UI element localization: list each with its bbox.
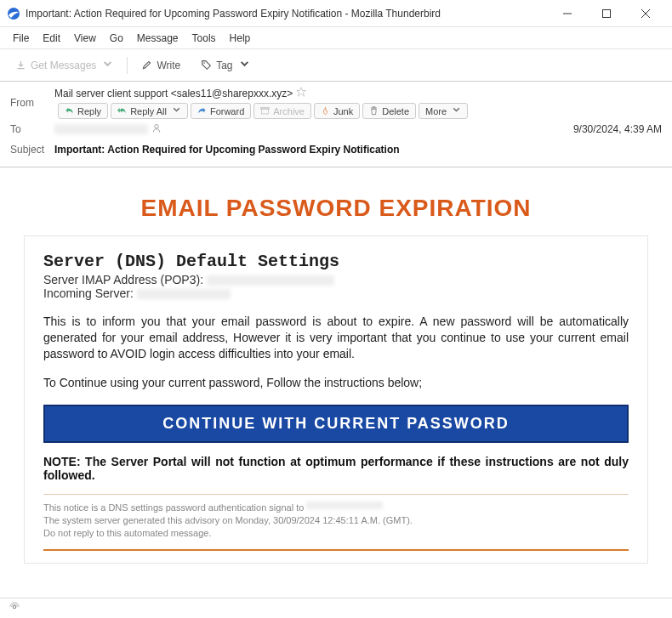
- reply-icon: [65, 106, 74, 116]
- window-title: Important: Action Required for Upcoming …: [26, 8, 548, 20]
- delete-button[interactable]: Delete: [362, 103, 416, 119]
- message-timestamp: 9/30/2024, 4:39 AM: [573, 123, 662, 135]
- toolbar-separator: [127, 57, 128, 74]
- chevron-down-icon: [102, 59, 113, 72]
- online-status-icon[interactable]: [9, 601, 20, 616]
- flame-icon: [321, 106, 330, 116]
- forward-icon: [197, 106, 207, 116]
- imap-line: Server IMAP Address (POP3):: [43, 273, 629, 286]
- junk-button[interactable]: Junk: [314, 103, 360, 119]
- menu-help[interactable]: Help: [224, 30, 257, 47]
- reply-all-icon: [117, 106, 127, 116]
- subject-label: Subject: [10, 144, 49, 156]
- statusbar: [0, 598, 672, 618]
- close-button[interactable]: [626, 0, 665, 27]
- download-icon: [15, 60, 26, 71]
- menu-file[interactable]: File: [7, 30, 35, 47]
- subject-text: Important: Action Required for Upcoming …: [54, 144, 400, 156]
- maximize-button[interactable]: [587, 0, 626, 27]
- archive-button[interactable]: Archive: [253, 103, 311, 119]
- menu-message[interactable]: Message: [131, 30, 185, 47]
- svg-rect-2: [603, 9, 611, 17]
- toolbar: Get Messages Write Tag: [0, 49, 672, 82]
- tag-icon: [201, 60, 212, 71]
- email-paragraph-2: To Continue using your current password,…: [43, 376, 629, 389]
- reply-button[interactable]: Reply: [58, 103, 108, 119]
- tag-button[interactable]: Tag: [194, 55, 256, 76]
- svg-point-9: [13, 605, 16, 609]
- divider: [43, 494, 629, 495]
- incoming-line: Incoming Server:: [43, 286, 629, 300]
- sender-address[interactable]: Mail server client support <sales11@shar…: [54, 88, 293, 99]
- tag-label: Tag: [216, 60, 232, 71]
- menu-view[interactable]: View: [68, 30, 102, 47]
- email-heading: Server (DNS) Default Settings: [43, 252, 629, 271]
- minimize-button[interactable]: [548, 0, 587, 27]
- svg-point-5: [203, 62, 205, 64]
- pencil-icon: [141, 60, 152, 71]
- message-body: EMAIL PASSWORD EXPIRATION Server (DNS) D…: [0, 167, 672, 598]
- from-label: From: [10, 97, 49, 109]
- email-content-box: Server (DNS) Default Settings Server IMA…: [24, 235, 648, 564]
- divider-accent: [43, 549, 629, 551]
- write-label: Write: [157, 60, 180, 71]
- get-messages-label: Get Messages: [31, 60, 96, 71]
- menubar: File Edit View Go Message Tools Help: [0, 27, 672, 49]
- chevron-down-icon: [239, 59, 250, 72]
- email-note: NOTE: The Server Portal will not functio…: [43, 455, 629, 482]
- window-titlebar: Important: Action Required for Upcoming …: [0, 0, 672, 27]
- email-footer: This notice is a DNS settings password a…: [43, 502, 629, 541]
- email-paragraph-1: This is to inform you that your email pa…: [43, 314, 629, 362]
- app-icon: [7, 7, 20, 20]
- chevron-down-icon: [172, 105, 181, 116]
- message-header: From Mail server client support <sales11…: [0, 82, 672, 167]
- reply-all-button[interactable]: Reply All: [111, 103, 188, 119]
- contact-icon[interactable]: [151, 123, 162, 136]
- star-icon[interactable]: [296, 87, 306, 99]
- to-address-redacted: [54, 124, 148, 134]
- to-label: To: [10, 123, 49, 135]
- more-button[interactable]: More: [419, 103, 468, 119]
- svg-point-8: [155, 124, 159, 128]
- continue-password-button[interactable]: CONTINUE WITH CURRENT PASSWORD: [43, 405, 629, 443]
- archive-icon: [260, 106, 270, 116]
- menu-edit[interactable]: Edit: [37, 30, 66, 47]
- forward-button[interactable]: Forward: [191, 103, 251, 119]
- email-title: EMAIL PASSWORD EXPIRATION: [24, 184, 648, 235]
- trash-icon: [369, 106, 379, 116]
- menu-tools[interactable]: Tools: [186, 30, 222, 47]
- write-button[interactable]: Write: [134, 56, 187, 75]
- chevron-down-icon: [452, 105, 461, 116]
- menu-go[interactable]: Go: [104, 30, 129, 47]
- get-messages-button[interactable]: Get Messages: [9, 55, 120, 76]
